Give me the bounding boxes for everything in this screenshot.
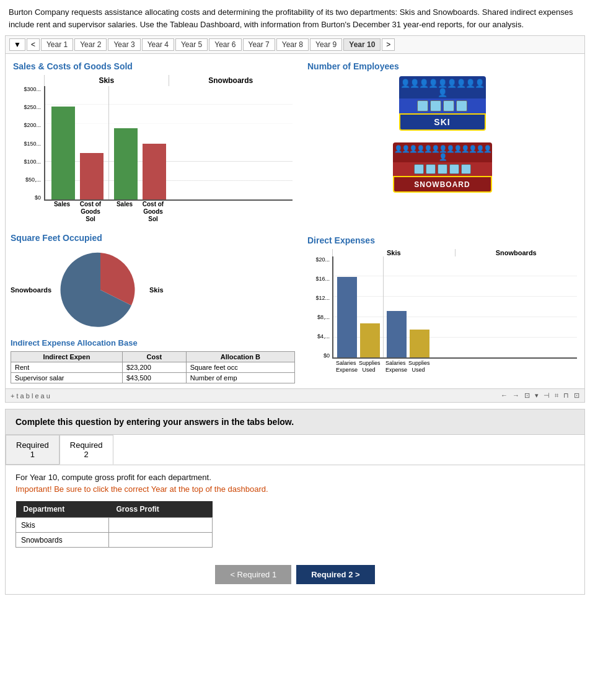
nav-forward-icon[interactable]: → <box>513 392 519 400</box>
indirect-sup-cost: $43,500 <box>123 373 187 383</box>
answer-table: Department Gross Profit Skis Snowboards <box>15 501 213 548</box>
snowboards-supplies-bar <box>410 330 429 357</box>
question-body: For Year 10, compute gross profit for ea… <box>6 465 584 555</box>
indirect-header-2: Allocation B <box>186 352 294 362</box>
skis-cogs-bar <box>80 153 103 199</box>
pie-chart <box>54 247 147 333</box>
tableau-embed: ▼ < Year 1 Year 2 Year 3 Year 4 Year 5 Y… <box>5 35 585 403</box>
answer-row-skis: Skis <box>16 518 213 533</box>
y-axis-150: $150... <box>13 141 43 147</box>
tab-year6[interactable]: Year 6 <box>209 38 241 51</box>
snowboards-profit-field[interactable] <box>114 536 207 545</box>
y-axis-200: $200... <box>13 122 43 128</box>
nav-back-icon[interactable]: ← <box>501 392 508 400</box>
tab-year9[interactable]: Year 9 <box>310 38 342 51</box>
sales-costs-title: Sales & Costs of Goods Sold <box>13 61 293 71</box>
direct-snowboards-label: Snowboards <box>456 249 578 256</box>
tableau-nav-icons: ← → ⊡ ▾ ⊣ ⌗ ⊓ ⊡ <box>501 392 579 400</box>
y-axis-100: $100... <box>13 159 43 165</box>
nav-home-icon[interactable]: ⊡ <box>524 392 530 400</box>
ski-store-label: SKI <box>434 117 450 127</box>
snowboard-store: 👤👤👤👤👤👤👤👤👤👤👤👤👤👤 SNOWBOARD <box>393 142 492 201</box>
question-text: For Year 10, compute gross profit for ea… <box>15 473 575 482</box>
nav-arrow-left[interactable]: ▼ <box>9 38 25 51</box>
nav-fullscreen-icon[interactable]: ⊡ <box>574 392 579 400</box>
tableau-footer: + t a b l e a u ← → ⊡ ▾ ⊣ ⌗ ⊓ ⊡ <box>6 388 584 402</box>
nav-download-icon[interactable]: ⊓ <box>563 392 569 400</box>
snowboards-dept-cell: Snowboards <box>16 533 109 548</box>
direct-title: Direct Expenses <box>307 235 577 245</box>
year-tabs-bar: ▼ < Year 1 Year 2 Year 3 Year 4 Year 5 Y… <box>6 36 584 54</box>
sales-costs-section: Sales & Costs of Goods Sold Skis Snowboa… <box>11 59 295 225</box>
indirect-table: Indirect Expen Cost Allocation B Rent $2… <box>11 351 295 383</box>
indirect-rent-name: Rent <box>11 362 123 373</box>
y-axis-250: $250... <box>13 104 43 110</box>
indirect-row-rent: Rent $23,200 Square feet occ <box>11 362 295 373</box>
tab-year8[interactable]: Year 8 <box>276 38 309 51</box>
snowboards-sales-xlabel: Sales <box>113 201 136 223</box>
direct-skis-sal-label: SalariesExpense <box>336 360 356 374</box>
employees-title: Number of Employees <box>307 61 577 71</box>
direct-y-20: $20... <box>306 256 331 263</box>
indirect-rent-cost: $23,200 <box>123 362 187 373</box>
description-content: Burton Company requests assistance alloc… <box>9 7 573 29</box>
snowboards-pie-label: Snowboards <box>11 286 51 294</box>
nav-share-icon[interactable]: ⌗ <box>555 392 558 400</box>
tab-year10[interactable]: Year 10 <box>343 38 381 51</box>
direct-sb-sal-label: SalariesExpense <box>385 360 405 374</box>
tab-year3[interactable]: Year 3 <box>108 38 140 51</box>
answer-header-dept: Department <box>16 501 109 518</box>
indirect-rent-alloc: Square feet occ <box>186 362 294 373</box>
indirect-title: Indirect Expense Allocation Base <box>11 338 295 348</box>
skis-pie-label: Skis <box>149 286 164 294</box>
y-axis-0: $0 <box>13 195 43 201</box>
tab-year7[interactable]: Year 7 <box>243 38 275 51</box>
employees-section: Number of Employees 👤👤👤👤👤👤👤👤👤👤 <box>295 59 579 225</box>
required-1-tab[interactable]: Required 1 <box>6 435 59 465</box>
indirect-header-1: Cost <box>123 352 187 362</box>
square-feet-title: Square Feet Occupied <box>11 233 295 243</box>
snowboards-cogs-bar <box>143 144 166 199</box>
direct-y-8: $8,... <box>306 314 331 320</box>
important-text: Important! Be sure to click the correct … <box>15 484 575 494</box>
nav-next[interactable]: > <box>382 38 395 51</box>
required-2-button[interactable]: Required 2 > <box>296 565 374 584</box>
direct-y-4: $4,... <box>306 333 331 339</box>
snowboard-store-label: SNOWBOARD <box>414 180 470 189</box>
tab-year4[interactable]: Year 4 <box>142 38 174 51</box>
ski-store: 👤👤👤👤👤👤👤👤👤👤 SKI <box>399 76 486 135</box>
y-axis-300: $300... <box>13 86 43 92</box>
snowboards-sales-bar <box>114 128 138 199</box>
skis-profit-input[interactable] <box>109 518 213 533</box>
direct-skis-label: Skis <box>332 249 456 256</box>
square-feet-section: Square Feet Occupied Snowboards Skis Ind… <box>11 233 295 383</box>
question-area: Complete this question by entering your … <box>5 409 585 595</box>
nav-dropdown-icon[interactable]: ▾ <box>535 392 539 400</box>
indirect-header-0: Indirect Expen <box>11 352 123 362</box>
indirect-sup-name: Supervisor salar <box>11 373 123 383</box>
snowboards-salaries-bar <box>387 311 407 357</box>
answer-header-profit: Gross Profit <box>109 501 213 518</box>
skis-dept-label: Skis <box>44 75 169 86</box>
snowboards-profit-input[interactable] <box>109 533 213 548</box>
skis-profit-field[interactable] <box>114 521 207 530</box>
snowboards-dept-label: Snowboards <box>169 75 293 86</box>
nav-buttons: < Required 1 Required 2 > <box>6 555 584 594</box>
skis-cogs-xlabel: Cost ofGoods Sol <box>79 201 102 223</box>
nav-first-icon[interactable]: ⊣ <box>544 392 550 400</box>
skis-sales-bar <box>51 107 75 199</box>
direct-sb-sup-label: SuppliesUsed <box>408 360 428 374</box>
nav-prev[interactable]: < <box>27 38 40 51</box>
skis-dept-cell: Skis <box>16 518 109 533</box>
answer-row-snowboards: Snowboards <box>16 533 213 548</box>
tab-year5[interactable]: Year 5 <box>175 38 208 51</box>
indirect-sup-alloc: Number of emp <box>186 373 294 383</box>
skis-sales-xlabel: Sales <box>50 201 74 223</box>
description-text: Burton Company requests assistance alloc… <box>0 0 590 35</box>
required-1-button[interactable]: < Required 1 <box>215 565 291 584</box>
tab-year1[interactable]: Year 1 <box>41 38 73 51</box>
tab-year2[interactable]: Year 2 <box>74 38 107 51</box>
indirect-row-supervisor: Supervisor salar $43,500 Number of emp <box>11 373 295 383</box>
required-2-tab[interactable]: Required 2 <box>59 435 113 465</box>
y-axis-50: $50,... <box>13 177 43 183</box>
